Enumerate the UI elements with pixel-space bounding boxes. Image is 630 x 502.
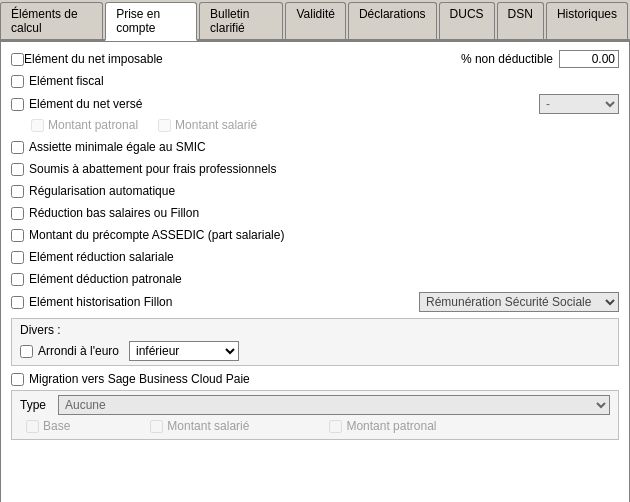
abattement-row: Soumis à abattement pour frais professio… — [11, 160, 619, 178]
tab-declarations[interactable]: Déclarations — [348, 2, 437, 39]
net-verse-label: Elément du net versé — [29, 97, 142, 111]
base-checkbox[interactable] — [26, 420, 39, 433]
base-label: Base — [43, 419, 70, 433]
montant-patronal-type-label: Montant patronal — [346, 419, 436, 433]
divers-section: Divers : Arrondi à l'euro inférieur supé… — [11, 318, 619, 366]
precompte-checkbox[interactable] — [11, 229, 24, 242]
assiette-checkbox[interactable] — [11, 141, 24, 154]
abattement-checkbox[interactable] — [11, 163, 24, 176]
net-verse-checkbox[interactable] — [11, 98, 24, 111]
tab-bulletin-clarifie[interactable]: Bulletin clarifié — [199, 2, 283, 39]
reduction-salariale-checkbox[interactable] — [11, 251, 24, 264]
type-section: Type Aucune Base Montant salarié Montant… — [11, 390, 619, 440]
base-row: Base Montant salarié Montant patronal — [20, 419, 610, 433]
montant-salarial-sub-checkbox[interactable] — [158, 119, 171, 132]
precompte-label: Montant du précompte ASSEDIC (part salar… — [29, 228, 284, 242]
abattement-label: Soumis à abattement pour frais professio… — [29, 162, 276, 176]
deduction-patronale-row: Elément déduction patronale — [11, 270, 619, 288]
arrondi-row: Arrondi à l'euro inférieur supérieur mat… — [20, 341, 610, 361]
regularisation-row: Régularisation automatique — [11, 182, 619, 200]
fiscal-row: Elément fiscal — [11, 72, 619, 90]
reduction-salariale-row: Elément réduction salariale — [11, 248, 619, 266]
reduction-salariale-label: Elément réduction salariale — [29, 250, 174, 264]
precompte-row: Montant du précompte ASSEDIC (part salar… — [11, 226, 619, 244]
regularisation-label: Régularisation automatique — [29, 184, 175, 198]
reduction-bas-row: Réduction bas salaires ou Fillon — [11, 204, 619, 222]
reduction-bas-checkbox[interactable] — [11, 207, 24, 220]
tab-validite[interactable]: Validité — [285, 2, 345, 39]
arrondi-label: Arrondi à l'euro — [38, 344, 119, 358]
fiscal-checkbox[interactable] — [11, 75, 24, 88]
tab-prise-en-compte[interactable]: Prise en compte — [105, 2, 197, 41]
net-imposable-checkbox[interactable] — [11, 53, 24, 66]
fiscal-label: Elément fiscal — [29, 74, 104, 88]
tab-ducs[interactable]: DUCS — [439, 2, 495, 39]
historisation-label: Elément historisation Fillon — [29, 295, 172, 309]
montant-patronal-label: Montant patronal — [48, 118, 138, 132]
montant-salarial-sub-label: Montant salarié — [175, 118, 257, 132]
net-verse-row: Elément du net versé - — [11, 94, 619, 114]
assiette-label: Assiette minimale égale au SMIC — [29, 140, 206, 154]
type-label: Type — [20, 398, 52, 412]
content-area: Elément du net imposable % non déductibl… — [0, 41, 630, 502]
migration-row: Migration vers Sage Business Cloud Paie — [11, 372, 619, 386]
historisation-row: Elément historisation Fillon Rémunératio… — [11, 292, 619, 312]
deduction-patronale-checkbox[interactable] — [11, 273, 24, 286]
migration-checkbox[interactable] — [11, 373, 24, 386]
tab-bar: Éléments de calcul Prise en compte Bulle… — [0, 0, 630, 41]
arrondi-dropdown[interactable]: inférieur supérieur mathématique — [129, 341, 239, 361]
montant-sub-row: Montant patronal Montant salarié — [11, 118, 619, 132]
divers-title: Divers : — [20, 323, 610, 337]
remuneration-dropdown[interactable]: Rémunération Sécurité Sociale — [419, 292, 619, 312]
regularisation-checkbox[interactable] — [11, 185, 24, 198]
tab-elements-calcul[interactable]: Éléments de calcul — [0, 2, 103, 39]
net-verse-dropdown[interactable]: - — [539, 94, 619, 114]
arrondi-checkbox[interactable] — [20, 345, 33, 358]
montant-salarial-checkbox[interactable] — [150, 420, 163, 433]
reduction-bas-label: Réduction bas salaires ou Fillon — [29, 206, 199, 220]
montant-patronal-checkbox[interactable] — [31, 119, 44, 132]
assiette-row: Assiette minimale égale au SMIC — [11, 138, 619, 156]
montant-salarial-label: Montant salarié — [167, 419, 249, 433]
type-dropdown[interactable]: Aucune — [58, 395, 610, 415]
deduction-patronale-label: Elément déduction patronale — [29, 272, 182, 286]
migration-label: Migration vers Sage Business Cloud Paie — [29, 372, 250, 386]
pnd-label: % non déductible — [461, 52, 553, 66]
net-imposable-label: Elément du net imposable — [24, 52, 163, 66]
net-imposable-row: Elément du net imposable % non déductibl… — [11, 50, 619, 68]
tab-dsn[interactable]: DSN — [497, 2, 544, 39]
montant-patronal-type-checkbox[interactable] — [329, 420, 342, 433]
historisation-checkbox[interactable] — [11, 296, 24, 309]
type-row: Type Aucune — [20, 395, 610, 415]
tab-historiques[interactable]: Historiques — [546, 2, 628, 39]
pnd-input[interactable] — [559, 50, 619, 68]
